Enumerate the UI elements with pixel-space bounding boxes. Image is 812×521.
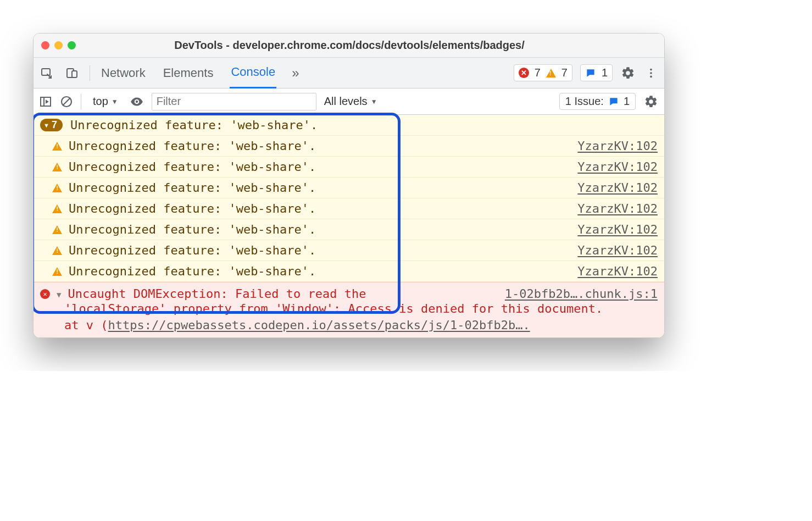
warning-count-pill: ▼ 7 (40, 119, 63, 131)
console-warning-row: Unrecognized feature: 'web-share'.YzarzK… (34, 219, 664, 240)
warning-icon (52, 225, 62, 234)
console-warning-row: Unrecognized feature: 'web-share'.YzarzK… (34, 157, 664, 178)
error-stack-link[interactable]: https://cpwebassets.codepen.io/assets/pa… (108, 318, 530, 332)
warning-message: Unrecognized feature: 'web-share'. (69, 243, 571, 257)
error-stack-prefix: at v ( (64, 318, 108, 332)
close-window-button[interactable] (41, 41, 49, 49)
warning-group-count: 7 (52, 119, 57, 131)
warning-source-link[interactable]: YzarzKV:102 (577, 139, 658, 153)
warning-source-link[interactable]: YzarzKV:102 (577, 243, 658, 257)
minimize-window-button[interactable] (54, 41, 63, 49)
console-warning-row: Unrecognized feature: 'web-share'.YzarzK… (34, 261, 664, 282)
show-console-sidebar-icon[interactable] (39, 95, 52, 108)
warning-icon (52, 184, 62, 192)
error-icon: ✕ (40, 289, 50, 299)
execution-context-label: top (93, 95, 108, 108)
warning-icon (52, 163, 62, 171)
errors-warnings-badge[interactable]: ✕ 7 7 (514, 64, 572, 81)
issues-badge[interactable]: 1 (580, 64, 613, 81)
panel-tabs: Network Elements Console » (100, 57, 504, 88)
settings-icon[interactable] (620, 65, 636, 81)
warning-source-link[interactable]: YzarzKV:102 (577, 264, 658, 278)
toolbar-right: ✕ 7 7 1 (514, 64, 659, 81)
chevron-down-icon: ▼ (371, 98, 377, 106)
more-tabs-icon[interactable]: » (292, 65, 299, 81)
error-icon: ✕ (519, 68, 529, 78)
issues-count: 1 (624, 95, 630, 108)
devtools-window: DevTools - developer.chrome.com/docs/dev… (33, 33, 665, 338)
svg-marker-8 (46, 101, 48, 103)
tab-console[interactable]: Console (230, 57, 276, 88)
warning-message: Unrecognized feature: 'web-share'. (69, 202, 571, 215)
window-title: DevTools - developer.chrome.com/docs/dev… (81, 39, 657, 52)
svg-point-4 (650, 72, 652, 74)
warning-group-message: Unrecognized feature: 'web-share'. (70, 118, 318, 132)
error-count: 7 (535, 66, 541, 79)
tab-elements[interactable]: Elements (162, 58, 215, 88)
svg-rect-2 (72, 71, 77, 77)
console-settings-icon[interactable] (643, 94, 659, 109)
console-warning-row: Unrecognized feature: 'web-share'.YzarzK… (34, 136, 664, 157)
svg-point-11 (136, 100, 138, 102)
warning-source-link[interactable]: YzarzKV:102 (577, 160, 658, 174)
warning-message: Unrecognized feature: 'web-share'. (69, 223, 571, 236)
warning-icon (52, 204, 62, 213)
warning-message: Unrecognized feature: 'web-share'. (69, 160, 571, 174)
warning-message: Unrecognized feature: 'web-share'. (69, 139, 571, 153)
filterbar-divider (81, 94, 81, 109)
warning-icon (52, 246, 62, 255)
chevron-down-icon: ▼ (112, 98, 118, 106)
error-source-link[interactable]: 1-02bfb2b….chunk.js:1 (505, 287, 658, 301)
warning-icon (52, 267, 62, 276)
traffic-lights (41, 41, 76, 49)
warning-message: Unrecognized feature: 'web-share'. (69, 181, 571, 195)
console-output: ▼ 7 Unrecognized feature: 'web-share'. U… (34, 115, 664, 337)
issues-label: 1 Issue: (565, 95, 604, 108)
svg-rect-0 (42, 69, 50, 75)
chevron-down-icon[interactable]: ▼ (57, 290, 61, 299)
issues-button[interactable]: 1 Issue: 1 (559, 93, 636, 110)
svg-line-10 (63, 98, 70, 105)
warning-source-link[interactable]: YzarzKV:102 (577, 181, 658, 195)
warning-message: Unrecognized feature: 'web-share'. (69, 264, 571, 278)
svg-point-5 (650, 75, 652, 77)
console-warning-row: Unrecognized feature: 'web-share'.YzarzK… (34, 198, 664, 219)
console-warning-row: Unrecognized feature: 'web-share'.YzarzK… (34, 178, 664, 198)
issues-icon (608, 96, 619, 107)
device-toolbar-icon[interactable] (64, 65, 80, 81)
warning-count: 7 (561, 66, 568, 79)
main-toolbar: Network Elements Console » ✕ 7 7 1 (34, 58, 664, 88)
clear-console-icon[interactable] (60, 95, 73, 108)
error-message-line2: 'localStorage' property from 'Window': A… (64, 302, 603, 315)
execution-context-selector[interactable]: top ▼ (89, 92, 122, 110)
console-warning-row: Unrecognized feature: 'web-share'.YzarzK… (34, 240, 664, 261)
titlebar: DevTools - developer.chrome.com/docs/dev… (34, 34, 664, 58)
toolbar-divider (90, 65, 90, 81)
maximize-window-button[interactable] (68, 41, 76, 49)
inspect-element-icon[interactable] (39, 65, 54, 81)
console-filter-input[interactable] (152, 93, 316, 110)
warning-source-link[interactable]: YzarzKV:102 (577, 223, 658, 236)
issues-icon (585, 68, 596, 79)
issues-count: 1 (602, 66, 608, 79)
warning-source-link[interactable]: YzarzKV:102 (577, 202, 658, 215)
chevron-down-icon: ▼ (43, 122, 49, 129)
kebab-menu-icon[interactable] (643, 65, 659, 81)
warning-icon (52, 142, 62, 151)
svg-point-3 (650, 68, 652, 70)
warning-group-header[interactable]: ▼ 7 Unrecognized feature: 'web-share'. (34, 115, 664, 136)
console-error-row: ✕ ▼ Uncaught DOMException: Failed to rea… (34, 282, 664, 337)
log-level-label: All levels (324, 95, 368, 108)
live-expression-icon[interactable] (130, 95, 144, 109)
tab-network[interactable]: Network (100, 58, 147, 88)
warning-icon (546, 69, 556, 77)
log-level-selector[interactable]: All levels ▼ (324, 95, 377, 108)
console-filter-bar: top ▼ All levels ▼ 1 Issue: 1 (34, 88, 664, 115)
error-message-line1: Uncaught DOMException: Failed to read th… (68, 287, 366, 301)
